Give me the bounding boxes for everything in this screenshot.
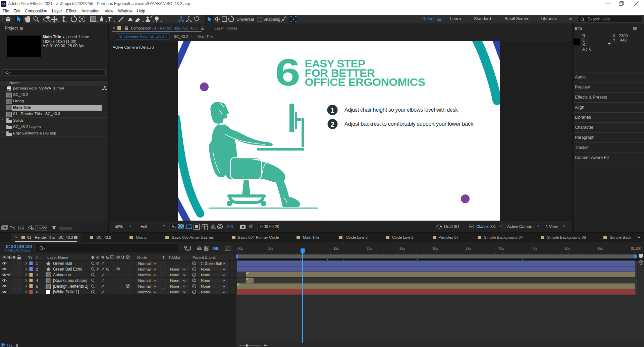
svg-text:[White Solid 1]: [White Solid 1] xyxy=(53,289,79,294)
svg-text:16 bpc: 16 bpc xyxy=(37,226,47,230)
svg-text:None: None xyxy=(170,290,179,294)
svg-text:[Backgr...lements 2]: [Backgr...lements 2] xyxy=(53,284,88,288)
svg-text:2: 2 xyxy=(331,120,335,128)
svg-text:[Sparks mix shape]: [Sparks mix shape] xyxy=(53,278,87,283)
svg-text:Normal: Normal xyxy=(138,267,151,271)
svg-text:None: None xyxy=(201,284,210,288)
svg-text:T: T xyxy=(162,255,165,259)
svg-text:None: None xyxy=(201,273,210,277)
svg-text:Adjust backrest to comfortably: Adjust backrest to comfortably support y… xyxy=(344,121,475,127)
svg-text:#: # xyxy=(36,255,38,259)
svg-text:Green Ball: Green Ball xyxy=(53,261,72,266)
svg-text:T: T xyxy=(108,16,112,23)
svg-text:3: 3 xyxy=(36,273,38,277)
svg-text:4: 4 xyxy=(36,278,38,282)
svg-text:Adjust chair height so your el: Adjust chair height so your elbows level… xyxy=(344,107,458,113)
svg-text:None: None xyxy=(170,273,179,277)
svg-text:None: None xyxy=(201,290,210,294)
svg-text:Normal: Normal xyxy=(138,284,151,288)
svg-text:5: 5 xyxy=(36,284,38,288)
svg-text:.: . xyxy=(40,255,41,259)
svg-text:fx: fx xyxy=(106,255,109,259)
svg-text:6: 6 xyxy=(275,51,300,94)
svg-text:None: None xyxy=(201,267,210,271)
svg-text:Normal: Normal xyxy=(138,278,151,282)
svg-text:None: None xyxy=(201,278,210,282)
svg-text:Normal: Normal xyxy=(138,290,151,294)
svg-text:2. Green Ball: 2. Green Ball xyxy=(201,261,222,265)
svg-text:Parent & Link: Parent & Link xyxy=(193,255,216,259)
svg-text:2: 2 xyxy=(36,267,38,271)
svg-text:Layer Name: Layer Name xyxy=(47,255,68,259)
svg-text:Snapping: Snapping xyxy=(263,17,280,22)
svg-text:1: 1 xyxy=(330,106,334,114)
svg-text:Mode: Mode xyxy=(137,255,147,259)
svg-text:Normal: Normal xyxy=(138,273,151,277)
svg-text:OFFICE ERGONOMICS: OFFICE ERGONOMICS xyxy=(305,76,425,88)
svg-text:Animation: Animation xyxy=(53,272,71,277)
svg-text:None: None xyxy=(170,278,179,282)
svg-text:Normal: Normal xyxy=(138,261,151,265)
svg-text:6: 6 xyxy=(36,290,38,294)
svg-text:+0.0: +0.0 xyxy=(225,225,233,229)
svg-text:None: None xyxy=(170,267,179,271)
svg-text:Green Ball Echo: Green Ball Echo xyxy=(53,267,83,271)
svg-text:None: None xyxy=(170,284,179,288)
svg-text:1: 1 xyxy=(36,261,38,265)
svg-text:.TrkMat: .TrkMat xyxy=(167,255,180,259)
svg-text:fx: fx xyxy=(106,267,109,271)
svg-text:Universal: Universal xyxy=(236,17,254,22)
